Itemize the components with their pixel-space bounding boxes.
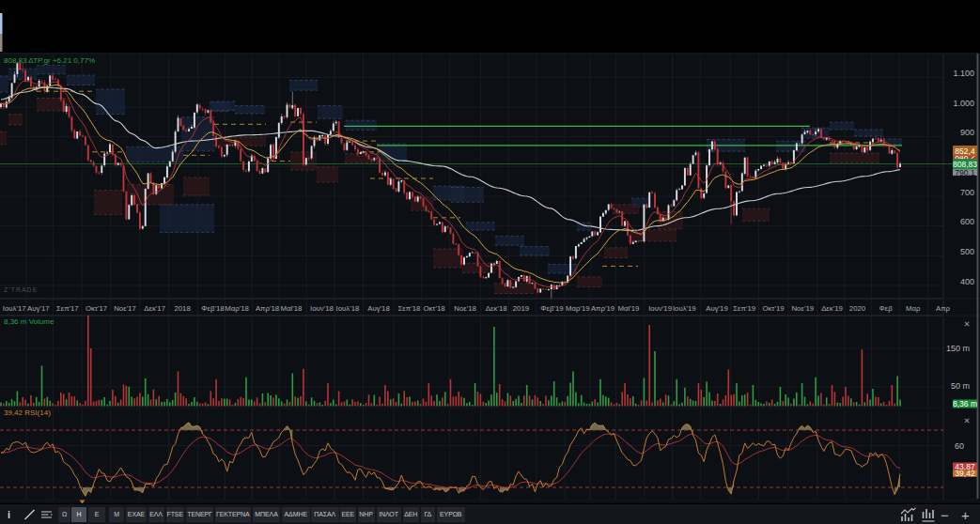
svg-text:Απρ: Απρ	[936, 304, 951, 313]
svg-text:2020: 2020	[849, 304, 866, 313]
svg-text:600: 600	[960, 217, 974, 226]
svg-text:808,83 ΔΤΡ.gr +6,21 0,77%: 808,83 ΔΤΡ.gr +6,21 0,77%	[4, 56, 95, 65]
svg-text:Νοε'18: Νοε'18	[454, 304, 476, 313]
svg-text:2018: 2018	[174, 304, 190, 313]
svg-text:1.100: 1.100	[953, 69, 974, 78]
svg-text:Φεβ'18: Φεβ'18	[201, 304, 224, 313]
svg-text:8,36 m Volume: 8,36 m Volume	[4, 317, 54, 326]
svg-text:Μαρ'18: Μαρ'18	[225, 304, 249, 313]
svg-text:Ιουλ'18: Ιουλ'18	[336, 304, 360, 313]
svg-text:Αυγ'18: Αυγ'18	[367, 304, 390, 313]
svg-text:Νοε'17: Νοε'17	[114, 304, 136, 313]
svg-text:400: 400	[960, 277, 974, 286]
svg-text:Σεπ'19: Σεπ'19	[733, 304, 755, 313]
svg-text:Οκτ'18: Οκτ'18	[423, 304, 444, 313]
svg-text:Μαρ'19: Μαρ'19	[566, 304, 590, 313]
svg-text:Οκτ'19: Οκτ'19	[762, 304, 784, 313]
svg-text:Αυγ'17: Αυγ'17	[27, 304, 50, 313]
svg-text:Σεπ'17: Σεπ'17	[56, 304, 79, 313]
svg-text:Ιουν'18: Ιουν'18	[310, 304, 334, 313]
svg-text:39,42 RSI(14): 39,42 RSI(14)	[4, 408, 51, 417]
svg-text:2019: 2019	[513, 304, 529, 313]
svg-text:Δεκ'18: Δεκ'18	[486, 304, 507, 313]
svg-text:Μαϊ'19: Μαϊ'19	[618, 304, 640, 313]
svg-text:150 m: 150 m	[946, 344, 970, 353]
svg-text:Οκτ'17: Οκτ'17	[86, 304, 107, 313]
svg-text:Ιουλ'19: Ιουλ'19	[673, 304, 696, 313]
svg-text:Z'TRADE: Z'TRADE	[4, 286, 38, 293]
svg-text:Αυγ'19: Αυγ'19	[706, 304, 728, 313]
svg-text:50 m: 50 m	[951, 381, 970, 391]
svg-text:1.000: 1.000	[953, 99, 974, 108]
svg-text:Ιουλ'17: Ιουλ'17	[3, 304, 26, 313]
svg-text:Φεβ: Φεβ	[879, 304, 894, 313]
svg-text:808,83: 808,83	[953, 160, 977, 169]
svg-text:Απρ'18: Απρ'18	[256, 304, 279, 313]
svg-text:Δεκ'19: Δεκ'19	[821, 304, 843, 313]
svg-text:Φεβ'19: Φεβ'19	[540, 304, 563, 313]
svg-text:852,4: 852,4	[955, 146, 975, 156]
svg-text:500: 500	[960, 247, 974, 256]
svg-text:Μαρ: Μαρ	[906, 304, 921, 313]
svg-text:900: 900	[960, 128, 974, 137]
svg-text:60: 60	[955, 441, 964, 451]
svg-text:Ιουν'19: Ιουν'19	[648, 304, 672, 313]
svg-text:Σεπ'18: Σεπ'18	[397, 304, 420, 313]
svg-text:700: 700	[960, 188, 974, 197]
svg-text:Απρ'19: Απρ'19	[591, 304, 614, 313]
svg-text:✕: ✕	[963, 416, 970, 425]
svg-text:8,36 m: 8,36 m	[953, 399, 977, 408]
svg-text:Νοε'19: Νοε'19	[791, 304, 814, 313]
svg-text:Δεκ'17: Δεκ'17	[144, 304, 165, 313]
svg-text:✕: ✕	[963, 319, 970, 329]
svg-text:Μαϊ'18: Μαϊ'18	[281, 304, 303, 313]
svg-text:39,42: 39,42	[955, 469, 975, 478]
